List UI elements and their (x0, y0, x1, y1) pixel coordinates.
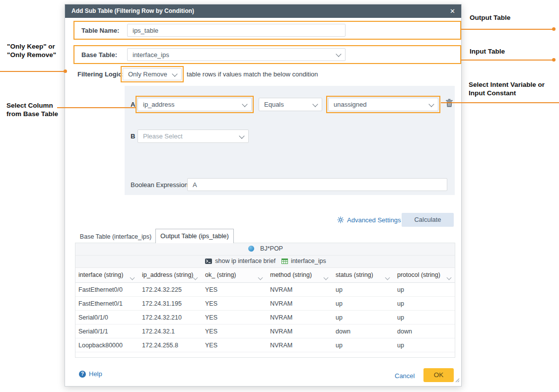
chevron-down-icon (242, 101, 247, 107)
condition-b-placeholder: Please Select (143, 132, 183, 140)
chevron-down-icon (336, 51, 341, 57)
condition-a-operator-select[interactable]: Equals (259, 98, 322, 111)
column-header-status: status (string) (333, 268, 394, 283)
advanced-settings-link[interactable]: Advanced Settings (337, 213, 401, 227)
table-cell: NVRAM (267, 338, 333, 352)
chevron-down-icon (172, 71, 177, 76)
column-filter-icon[interactable] (447, 275, 452, 280)
close-icon[interactable]: ✕ (450, 4, 455, 18)
column-header-row: interface (string) ip_address (string) o… (75, 268, 455, 283)
condition-a-operator-value: Equals (264, 101, 284, 108)
filtering-logic-select[interactable]: Only Remove (123, 68, 182, 80)
annotation-dot-input-table (552, 58, 556, 62)
annotation-line-output-table (461, 29, 554, 30)
annotation-filtering-line2: "Only Remove" (7, 51, 56, 59)
chevron-down-icon (428, 101, 434, 107)
help-link[interactable]: ? Help (79, 370, 102, 378)
table-cell: YES (202, 325, 267, 338)
table-cell: YES (202, 338, 267, 352)
dialog-title: Add Sub Table (Filtering Row by Conditio… (71, 7, 194, 14)
condition-a-value-highlight: unassigned (326, 96, 440, 113)
source-table-name: interface_ips (291, 258, 326, 264)
base-table-label: Base Table: (81, 46, 117, 63)
table-name-label: Table Name: (81, 22, 119, 39)
table-cell: 172.24.255.8 (139, 338, 202, 352)
device-row: BJ*POP (75, 243, 455, 256)
table-cell: NVRAM (267, 297, 333, 311)
ok-button[interactable]: OK (423, 368, 454, 382)
chevron-down-icon (312, 101, 318, 107)
table-cell: Loopback80000 (75, 338, 139, 352)
screenshot-root: Output Table Input Table Select Intent V… (0, 0, 559, 392)
condition-b-column-select[interactable]: Please Select (138, 130, 249, 143)
help-icon: ? (79, 371, 86, 378)
annotation-dot-filtering-choice (64, 69, 67, 73)
device-icon (248, 246, 254, 252)
annotation-select-column-line1: Select Column (6, 101, 58, 110)
table-cell: Serial0/1/0 (75, 311, 139, 325)
add-sub-table-dialog: Add Sub Table (Filtering Row by Conditio… (65, 4, 462, 387)
table-cell: up (333, 283, 394, 297)
base-table-select[interactable]: interface_ips (127, 48, 346, 61)
chevron-down-icon (239, 133, 244, 138)
annotation-line-select-intent (441, 102, 559, 103)
column-filter-icon[interactable] (193, 275, 198, 280)
filtering-logic-highlight: Only Remove (121, 66, 184, 82)
column-header-interface: interface (string) (75, 268, 139, 283)
column-filter-icon[interactable] (385, 275, 390, 280)
resize-handle-icon[interactable] (455, 376, 460, 385)
boolean-expression-input[interactable] (187, 178, 447, 191)
table-cell: NVRAM (267, 325, 333, 338)
base-table-select-value: interface_ips (133, 51, 169, 59)
annotation-select-intent-line2: Input Constant (469, 89, 545, 97)
base-table-row-highlight: Base Table: interface_ips (73, 45, 461, 64)
column-filter-icon[interactable] (258, 275, 263, 280)
table-cell: YES (202, 311, 267, 325)
calculate-button[interactable]: Calculate (402, 213, 454, 227)
table-cell: FastEthernet0/0 (75, 283, 139, 297)
cancel-button[interactable]: Cancel (395, 372, 415, 380)
column-filter-icon[interactable] (324, 275, 329, 280)
terminal-icon (205, 259, 212, 264)
table-row: Loopback80000 172.24.255.8 YES NVRAM up … (75, 338, 455, 352)
tab-output-table[interactable]: Output Table (ips_table) (155, 229, 234, 243)
help-label: Help (89, 370, 102, 378)
table-cell: 172.24.32.210 (139, 311, 202, 325)
table-cell: 172.24.32.225 (139, 283, 202, 297)
annotation-input-table-text: Input Table (470, 47, 505, 56)
table-cell: 172.24.31.195 (139, 297, 202, 311)
annotation-output-table: Output Table (470, 13, 510, 22)
device-name: BJ*POP (260, 245, 283, 252)
annotation-dot-output-table (552, 27, 556, 31)
table-cell: up (333, 311, 394, 325)
annotation-select-intent-line1: Select Intent Variable or (469, 80, 545, 89)
condition-a-label: A (131, 96, 135, 113)
annotation-output-table-text: Output Table (470, 13, 510, 22)
table-row: Serial0/1/0 172.24.32.210 YES NVRAM up u… (75, 311, 455, 325)
table-row: FastEthernet0/1 172.24.31.195 YES NVRAM … (75, 297, 455, 311)
annotation-line-filtering-choice (0, 71, 66, 72)
condition-a-value-text: unassigned (334, 101, 367, 108)
output-table: BJ*POP (75, 243, 455, 352)
condition-a-column-select[interactable]: ip_address (138, 98, 252, 111)
table-cell: up (333, 338, 394, 352)
condition-b-label: B (131, 130, 135, 143)
table-cell: up (394, 311, 455, 325)
table-cell: YES (202, 283, 267, 297)
column-filter-icon[interactable] (130, 275, 135, 280)
annotation-filtering-line1: "Only Keep" or (7, 42, 56, 51)
gear-icon (337, 216, 344, 223)
table-cell: up (394, 338, 455, 352)
table-name-input[interactable] (127, 24, 346, 37)
command-text: show ip interface brief (215, 258, 276, 264)
annotation-select-column-line2: from Base Table (6, 110, 58, 118)
dialog-titlebar: Add Sub Table (Filtering Row by Conditio… (65, 4, 461, 18)
table-icon (281, 259, 288, 264)
tab-base-table[interactable]: Base Table (interface_ips) (76, 231, 155, 243)
filtering-logic-label: Filtering Logic: (77, 66, 124, 82)
condition-a-value-select[interactable]: unassigned (328, 98, 438, 111)
annotation-select-intent: Select Intent Variable or Input Constant (469, 80, 545, 97)
output-table-panel: BJ*POP (75, 243, 455, 358)
annotation-filtering-choice: "Only Keep" or "Only Remove" (7, 42, 56, 59)
condition-a-column-value: ip_address (143, 101, 175, 108)
